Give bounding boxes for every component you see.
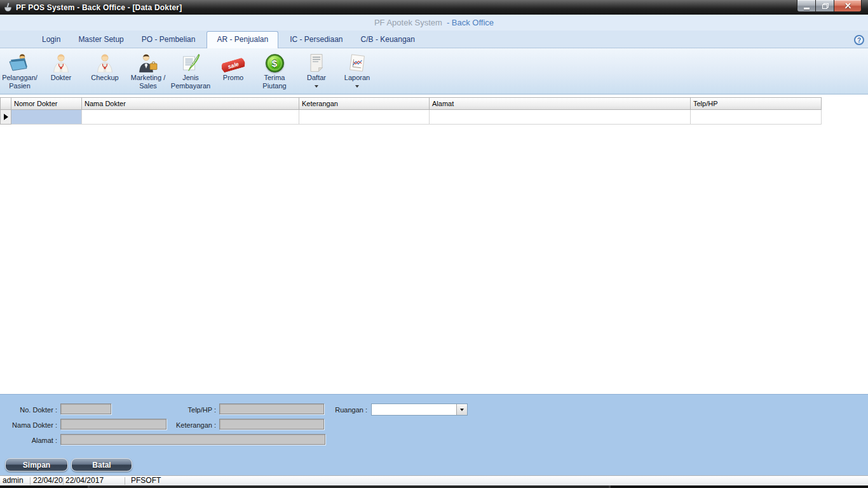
status-separator (125, 477, 125, 485)
toolbar-item-jenis-pembayaran[interactable]: Jenis Pembayaran (169, 51, 212, 90)
grid-col-alamat[interactable]: Alamat (430, 97, 691, 110)
grid-col-nama-dokter[interactable]: Nama Dokter (82, 97, 299, 110)
telp-hp-field[interactable] (219, 403, 324, 414)
grid-col-keterangan[interactable]: Keterangan (299, 97, 430, 110)
row-selector-cell[interactable] (0, 110, 11, 125)
toolbar-item-dokter[interactable]: Dokter (39, 51, 83, 82)
cell-telp-hp[interactable] (691, 110, 822, 125)
app-header: PF Apotek System - Back Office (0, 15, 868, 30)
toolbar-item-label: Daftar (307, 74, 326, 82)
no-dokter-field[interactable] (60, 403, 111, 414)
app-header-title: PF Apotek System (374, 18, 442, 27)
nama-dokter-label: Nama Dokter : (6, 420, 57, 431)
tab-po-pembelian[interactable]: PO - Pembelian (135, 32, 202, 48)
tab-login[interactable]: Login (36, 32, 67, 48)
toolbar-item-terima-piutang[interactable]: $ Terima Piutang (254, 51, 295, 90)
grid-header-row: Nomor Dokter Nama Dokter Keterangan Alam… (0, 97, 868, 110)
promo-sale-text: sale (227, 60, 240, 69)
ruangan-combobox[interactable] (371, 403, 468, 416)
save-button[interactable]: Simpan (5, 458, 68, 471)
toolbar-item-label: Dokter (51, 74, 71, 82)
app-header-office: - Back Office (447, 18, 494, 27)
keterangan-field[interactable] (219, 419, 324, 430)
restore-button[interactable] (816, 0, 834, 12)
help-button[interactable]: ? (854, 35, 864, 45)
toolbar-item-label: Jenis Pembayaran (169, 74, 212, 90)
close-button[interactable] (834, 0, 862, 12)
content-area: Nomor Dokter Nama Dokter Keterangan Alam… (0, 95, 868, 394)
ribbon-toolbar: Pelanggan/ Pasien Dokter (0, 48, 868, 95)
status-separator (30, 477, 31, 485)
status-company: PFSOFT (131, 476, 161, 485)
checkup-doctor-icon (97, 51, 113, 72)
status-bar: admin 22/04/2017 22/04/2017 PFSOFT (0, 475, 868, 485)
help-icon: ? (857, 37, 861, 44)
toolbar-item-label: Pelanggan/ Pasien (0, 74, 39, 90)
main-menu-tabs: Login Master Setup PO - Pembelian AR - P… (0, 30, 868, 48)
minimize-button[interactable] (797, 0, 816, 12)
combo-arrow-icon (460, 409, 464, 411)
status-user: admin (3, 476, 24, 485)
dokter-form-panel: No. Dokter : Telp/HP : Ruangan : Nama Do… (0, 394, 868, 475)
cell-keterangan[interactable] (299, 110, 430, 125)
tab-master-setup[interactable]: Master Setup (72, 32, 130, 48)
toolbar-item-promo[interactable]: sale Promo (212, 51, 254, 82)
cell-alamat[interactable] (430, 110, 691, 125)
grid-col-telp-hp[interactable]: Telp/HP (691, 97, 822, 110)
payment-note-icon (181, 51, 200, 72)
tab-cb-keuangan[interactable]: C/B - Keuangan (355, 32, 421, 48)
nama-dokter-field[interactable] (60, 419, 166, 430)
status-date-clipped: 22/04/2017 (33, 476, 63, 485)
toolbar-item-label: Laporan (344, 74, 370, 82)
ruangan-field[interactable] (372, 404, 456, 415)
restore-icon (822, 3, 828, 8)
doctor-icon (53, 51, 69, 72)
no-dokter-label: No. Dokter : (6, 405, 57, 416)
keterangan-label: Keterangan : (165, 420, 216, 431)
cancel-button[interactable]: Batal (71, 458, 132, 471)
current-row-marker-icon (4, 114, 8, 120)
taskbar-sliver (0, 485, 868, 488)
dropdown-caret-icon[interactable] (315, 85, 318, 88)
grid-col-nomor-dokter[interactable]: Nomor Dokter (11, 97, 82, 110)
dollar-sign: $ (272, 58, 277, 69)
alamat-label: Alamat : (6, 435, 57, 446)
customer-folder-icon (9, 51, 31, 72)
titlebar: PF POS System - Back Office - [Data Dokt… (0, 0, 868, 15)
status-date: 22/04/2017 (65, 476, 104, 485)
window-controls (797, 0, 862, 12)
table-row[interactable] (0, 110, 868, 125)
telp-hp-label: Telp/HP : (172, 405, 216, 416)
tab-ic-persediaan[interactable]: IC - Persediaan (283, 32, 349, 48)
dokter-data-grid: Nomor Dokter Nama Dokter Keterangan Alam… (0, 95, 868, 125)
toolbar-item-laporan[interactable]: Laporan (338, 51, 376, 88)
grid-selector-header (0, 97, 11, 110)
window-title: PF POS System - Back Office - [Data Dokt… (16, 3, 182, 12)
toolbar-item-marketing-sales[interactable]: Marketing / Sales (127, 51, 169, 90)
toolbar-item-label: Checkup (91, 74, 118, 82)
app-icon (4, 3, 12, 12)
toolbar-item-daftar[interactable]: Daftar (295, 51, 338, 88)
report-chart-icon (348, 51, 366, 72)
toolbar-item-label: Terima Piutang (254, 74, 295, 90)
salesperson-icon (138, 51, 158, 72)
ruangan-label: Ruangan : (323, 405, 367, 416)
toolbar-item-label: Promo (223, 74, 243, 82)
tab-ar-penjualan[interactable]: AR - Penjualan (207, 31, 278, 48)
toolbar-item-label: Marketing / Sales (127, 74, 169, 90)
cell-nomor-dokter[interactable] (11, 110, 82, 125)
minimize-icon (804, 8, 810, 10)
status-separator (63, 477, 64, 485)
close-icon (844, 3, 851, 10)
ruangan-dropdown-button[interactable] (456, 404, 467, 415)
promo-sale-ribbon-icon: sale (221, 51, 245, 72)
toolbar-item-checkup[interactable]: Checkup (83, 51, 127, 82)
cell-nama-dokter[interactable] (82, 110, 299, 125)
dollar-coin-icon: $ (266, 51, 284, 72)
alamat-field[interactable] (60, 434, 325, 445)
dropdown-caret-icon[interactable] (355, 85, 359, 88)
document-list-icon (309, 51, 324, 72)
toolbar-item-pelanggan-pasien[interactable]: Pelanggan/ Pasien (0, 51, 39, 90)
